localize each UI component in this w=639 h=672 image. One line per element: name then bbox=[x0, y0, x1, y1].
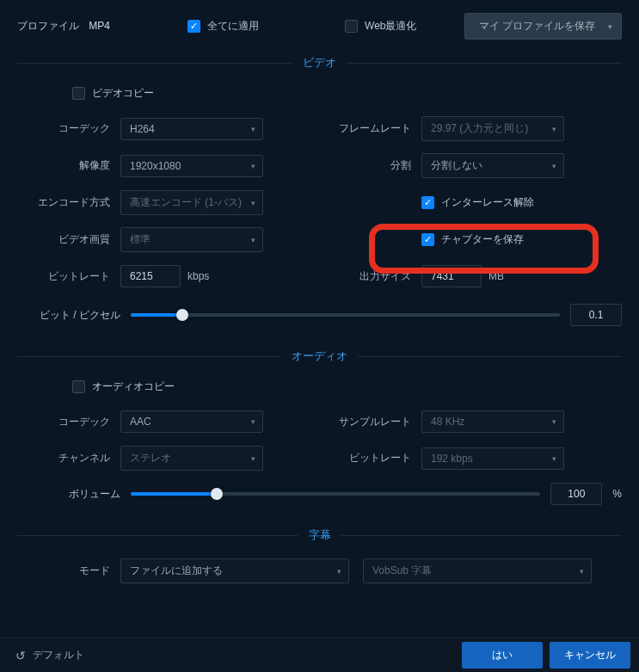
output-unit: MB bbox=[488, 270, 504, 282]
audio-bitrate-select[interactable]: 192 kbps bbox=[421, 447, 564, 470]
split-label: 分割 bbox=[318, 158, 421, 173]
reset-icon: ↺ bbox=[15, 649, 26, 663]
audio-codec-label: コーデック bbox=[17, 415, 120, 429]
slider-thumb-icon bbox=[176, 309, 188, 321]
profile-value: MP4 bbox=[89, 20, 110, 32]
volume-slider[interactable] bbox=[131, 492, 540, 496]
framerate-label: フレームレート bbox=[318, 121, 421, 136]
save-chapter-checkbox[interactable]: チャプターを保存 bbox=[421, 232, 524, 247]
web-optimize-checkbox[interactable]: Web最適化 bbox=[345, 19, 416, 34]
audio-copy-checkbox[interactable] bbox=[72, 380, 85, 393]
channel-select[interactable]: ステレオ bbox=[120, 446, 263, 471]
subtitle-type-select[interactable]: VobSub 字幕 bbox=[363, 558, 592, 583]
check-icon bbox=[421, 233, 434, 246]
subtitle-mode-label: モード bbox=[17, 564, 120, 578]
channel-label: チャンネル bbox=[17, 451, 120, 465]
video-copy-label: ビデオコピー bbox=[92, 86, 154, 101]
bpp-slider[interactable] bbox=[131, 313, 560, 317]
volume-value[interactable]: 100 bbox=[550, 483, 602, 505]
samplerate-label: サンプルレート bbox=[318, 415, 421, 429]
codec-label: コーデック bbox=[17, 121, 120, 136]
subtitle-mode-select[interactable]: ファイルに追加する bbox=[120, 558, 349, 583]
output-size-label: 出力サイズ bbox=[318, 269, 421, 284]
codec-select[interactable]: H264 bbox=[120, 118, 263, 140]
profile-label: プロファイル MP4 bbox=[17, 19, 110, 34]
save-profile-button[interactable]: マイ プロファイルを保存 bbox=[464, 13, 622, 40]
video-section-title: ビデオ bbox=[303, 55, 336, 71]
bpp-label: ビット / ピクセル bbox=[17, 308, 120, 323]
resolution-label: 解像度 bbox=[17, 158, 120, 173]
audio-section-title: オーディオ bbox=[292, 348, 347, 364]
audio-bitrate-label: ビットレート bbox=[318, 451, 421, 465]
audio-codec-select[interactable]: AAC bbox=[120, 410, 263, 433]
slider-thumb-icon bbox=[211, 488, 223, 500]
bitrate-unit: kbps bbox=[187, 270, 209, 282]
deinterlace-checkbox[interactable]: インターレース解除 bbox=[421, 195, 534, 210]
video-bitrate-input[interactable] bbox=[120, 265, 181, 287]
subtitle-section-title: 字幕 bbox=[309, 527, 331, 543]
quality-label: ビデオ画質 bbox=[17, 232, 120, 247]
apply-all-checkbox[interactable]: 全てに適用 bbox=[187, 19, 259, 34]
resolution-select[interactable]: 1920x1080 bbox=[120, 155, 263, 177]
check-icon bbox=[187, 20, 200, 33]
ok-button[interactable]: はい bbox=[462, 642, 543, 669]
encode-select[interactable]: 高速エンコード (1-パス) bbox=[120, 190, 263, 215]
split-select[interactable]: 分割しない bbox=[421, 153, 564, 178]
checkbox-empty-icon bbox=[345, 20, 358, 33]
audio-copy-label: オーディオコピー bbox=[92, 379, 175, 394]
video-bitrate-label: ビットレート bbox=[17, 269, 120, 284]
volume-label: ボリューム bbox=[17, 487, 120, 502]
check-icon bbox=[421, 196, 434, 209]
video-copy-checkbox[interactable] bbox=[72, 87, 85, 100]
samplerate-select[interactable]: 48 KHz bbox=[421, 410, 564, 433]
encode-label: エンコード方式 bbox=[17, 195, 120, 210]
output-size-input[interactable] bbox=[421, 265, 482, 287]
volume-unit: % bbox=[612, 488, 622, 500]
default-button[interactable]: ↺ デフォルト bbox=[9, 644, 91, 666]
bpp-value[interactable]: 0.1 bbox=[570, 304, 622, 326]
framerate-select[interactable]: 29.97 (入力元と同じ) bbox=[421, 116, 564, 141]
cancel-button[interactable]: キャンセル bbox=[550, 642, 630, 669]
quality-select[interactable]: 標準 bbox=[120, 227, 263, 252]
